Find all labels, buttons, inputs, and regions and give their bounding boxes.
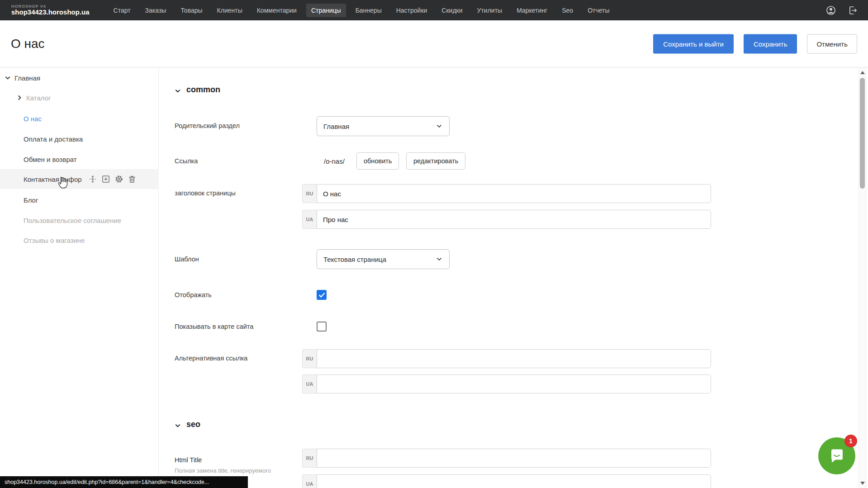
nav-utilities[interactable]: Утилиты bbox=[472, 4, 508, 17]
nav-settings[interactable]: Настройки bbox=[391, 4, 432, 17]
link-edit-button[interactable]: редактировать bbox=[406, 152, 465, 170]
template-value: Текстовая страница bbox=[323, 256, 386, 263]
cancel-button[interactable]: Отменить bbox=[807, 34, 857, 53]
top-navigation: Старт Заказы Товары Клиенты Комментарии … bbox=[109, 4, 615, 17]
page-header: О нас Сохранить и выйти Сохранить Отмени… bbox=[0, 20, 868, 67]
chevron-right-icon[interactable] bbox=[16, 95, 23, 101]
chevron-down-icon[interactable] bbox=[5, 75, 11, 81]
html-title-ua-input[interactable] bbox=[317, 474, 711, 488]
scroll-down-arrow[interactable] bbox=[860, 482, 865, 485]
page-title-ua-input[interactable] bbox=[317, 210, 711, 229]
display-label: Отображать bbox=[175, 291, 310, 298]
lang-tag-ru: RU bbox=[302, 349, 317, 368]
tree-item-label: Пользовательское соглашение bbox=[24, 217, 121, 224]
section-seo[interactable]: seo bbox=[175, 420, 200, 429]
section-common[interactable]: common bbox=[175, 85, 220, 95]
link-label: Ссылка bbox=[175, 157, 310, 165]
lang-tag-ua: UA bbox=[302, 374, 317, 393]
topbar: HOROSHOP V4 shop34423.horoshop.ua Старт … bbox=[0, 0, 868, 20]
tree-item-obmen[interactable]: Обмен и возврат bbox=[0, 149, 159, 169]
save-and-exit-button[interactable]: Сохранить и выйти bbox=[653, 34, 734, 53]
parent-section-select[interactable]: Главная bbox=[317, 116, 450, 136]
drag-icon[interactable] bbox=[88, 175, 97, 184]
chevron-down-icon bbox=[175, 87, 181, 93]
tree-item-katalog[interactable]: Каталог bbox=[0, 88, 159, 108]
link-path: /o-nas/ bbox=[324, 157, 345, 165]
nav-comments[interactable]: Комментарии bbox=[252, 4, 302, 17]
chevron-down-icon bbox=[436, 123, 443, 130]
vertical-scrollbar[interactable] bbox=[859, 68, 866, 488]
save-button[interactable]: Сохранить bbox=[744, 34, 797, 53]
alt-link-ru-input[interactable] bbox=[317, 349, 711, 368]
brand[interactable]: HOROSHOP V4 shop34423.horoshop.ua bbox=[11, 5, 90, 16]
template-select[interactable]: Текстовая страница bbox=[317, 249, 450, 269]
tree-item-label: Обмен и возврат bbox=[24, 156, 77, 163]
tree-item-label: Оплата и доставка bbox=[24, 135, 83, 143]
tree-item-oplata[interactable]: Оплата и доставка bbox=[0, 129, 159, 149]
lang-tag-ru: RU bbox=[302, 184, 317, 203]
nav-clients[interactable]: Клиенты bbox=[212, 4, 247, 17]
tree-item-blog[interactable]: Блог bbox=[0, 190, 159, 210]
page-title: О нас bbox=[11, 37, 45, 51]
tree-item-label: О нас bbox=[24, 115, 42, 123]
tree-item-glavnaya[interactable]: Главная bbox=[0, 68, 159, 88]
html-title-ru-input[interactable] bbox=[317, 449, 711, 468]
chat-widget-button[interactable]: 1 bbox=[818, 437, 855, 474]
pages-tree-sidebar: Главная Каталог О нас Оплата и доставка … bbox=[0, 68, 159, 488]
tree-item-label: Отзывы о магазине bbox=[24, 237, 85, 244]
tree-item-o-nas[interactable]: О нас bbox=[0, 109, 159, 128]
alt-link-label: Альтернативная ссылка bbox=[175, 355, 310, 362]
gear-icon[interactable] bbox=[114, 175, 123, 184]
logout-icon[interactable] bbox=[847, 5, 858, 16]
tree-item-label: Блог bbox=[24, 196, 38, 204]
chat-bubble-icon bbox=[826, 445, 847, 467]
nav-discounts[interactable]: Скидки bbox=[436, 4, 467, 17]
nav-banners[interactable]: Баннеры bbox=[351, 4, 387, 17]
tree-item-label: Контактная инфор bbox=[24, 175, 82, 183]
html-title-hint: Полная замена title, генерируемого bbox=[175, 467, 310, 474]
account-icon[interactable] bbox=[825, 5, 836, 16]
nav-seo[interactable]: Seo bbox=[557, 4, 578, 17]
chat-unread-badge: 1 bbox=[844, 435, 857, 447]
parent-section-value: Главная bbox=[323, 123, 349, 130]
section-common-label: common bbox=[186, 85, 220, 95]
tree-item-agreement[interactable]: Пользовательское соглашение bbox=[0, 210, 159, 230]
nav-pages[interactable]: Страницы bbox=[306, 4, 346, 17]
tree-item-kontaktnaya[interactable]: Контактная инфор bbox=[0, 169, 159, 189]
trash-icon[interactable] bbox=[128, 175, 137, 184]
nav-orders[interactable]: Заказы bbox=[140, 4, 171, 17]
html-title-label: Html Title bbox=[175, 456, 310, 464]
nav-start[interactable]: Старт bbox=[109, 4, 136, 17]
lang-tag-ru: RU bbox=[302, 449, 317, 468]
edit-form: common Родительский раздел Главная Ссылк… bbox=[159, 68, 858, 488]
status-url-bar: shop34423.horoshop.ua/edit/edit.php?id=6… bbox=[0, 476, 248, 488]
page-title-ru-input[interactable] bbox=[317, 184, 711, 203]
display-checkbox[interactable] bbox=[317, 290, 327, 300]
nav-products[interactable]: Товары bbox=[175, 4, 207, 17]
nav-reports[interactable]: Отчеты bbox=[583, 4, 614, 17]
link-update-button[interactable]: обновить bbox=[356, 152, 399, 170]
brand-domain: shop34423.horoshop.ua bbox=[11, 9, 90, 16]
sitemap-checkbox[interactable] bbox=[317, 322, 327, 332]
section-seo-label: seo bbox=[186, 420, 200, 429]
tree-item-label: Каталог bbox=[26, 94, 51, 102]
lang-tag-ua: UA bbox=[302, 474, 317, 488]
chevron-down-icon bbox=[175, 422, 181, 428]
template-label: Шаблон bbox=[175, 256, 310, 263]
chevron-down-icon bbox=[436, 256, 443, 263]
nav-marketing[interactable]: Маркетинг bbox=[512, 4, 552, 17]
add-icon[interactable] bbox=[101, 175, 110, 184]
page-title-label: заголовок страницы bbox=[175, 190, 310, 197]
scroll-up-arrow[interactable] bbox=[860, 71, 865, 74]
scrollbar-thumb[interactable] bbox=[860, 78, 865, 189]
tree-item-label: Главная bbox=[14, 74, 40, 82]
lang-tag-ua: UA bbox=[302, 210, 317, 229]
tree-item-actions bbox=[88, 175, 137, 184]
tree-item-reviews[interactable]: Отзывы о магазине bbox=[0, 230, 159, 250]
alt-link-ua-input[interactable] bbox=[317, 374, 711, 393]
sitemap-label: Показывать в карте сайта bbox=[175, 323, 310, 330]
parent-section-label: Родительский раздел bbox=[175, 122, 310, 129]
